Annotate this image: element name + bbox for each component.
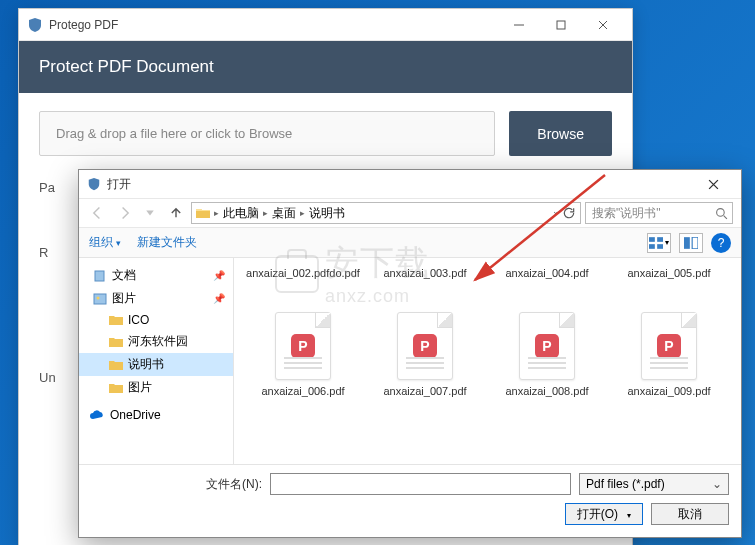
path-arrow-icon: ▸ <box>214 208 219 218</box>
file-item[interactable]: Panxaizai_009.pdf <box>608 308 730 428</box>
file-label: anxaizai_005.pdf <box>623 266 714 280</box>
browse-button[interactable]: Browse <box>509 111 612 156</box>
folder-icon <box>109 359 123 371</box>
dialog-title: 打开 <box>107 176 131 193</box>
breadcrumb-desktop[interactable]: 桌面 <box>272 205 296 222</box>
svg-point-1 <box>717 208 725 216</box>
dialog-toolbar: 组织 ▾ 新建文件夹 ▾ ? <box>79 228 741 258</box>
documents-icon <box>93 270 107 282</box>
svg-rect-9 <box>94 294 106 304</box>
folder-icon <box>109 382 123 394</box>
svg-rect-6 <box>684 237 690 249</box>
file-label: anxaizai_003.pdf <box>379 266 470 280</box>
path-arrow-icon: ▸ <box>300 208 305 218</box>
main-title: Protego PDF <box>49 18 498 32</box>
svg-rect-2 <box>649 237 655 242</box>
file-label: anxaizai_004.pdf <box>501 266 592 280</box>
svg-rect-0 <box>557 21 565 29</box>
file-label: anxaizai_006.pdf <box>257 384 348 398</box>
new-folder-button[interactable]: 新建文件夹 <box>137 234 197 251</box>
file-label: anxaizai_009.pdf <box>623 384 714 398</box>
dialog-icon <box>87 177 101 191</box>
drop-zone[interactable]: Drag & drop a file here or click to Brow… <box>39 111 495 156</box>
path-input[interactable]: ▸ 此电脑 ▸ 桌面 ▸ 说明书 ⌄ <box>191 202 581 224</box>
dialog-close-button[interactable] <box>693 172 733 196</box>
svg-rect-5 <box>657 244 663 249</box>
file-item[interactable]: Panxaizai_008.pdf <box>486 308 608 428</box>
nav-recent-button[interactable] <box>139 202 161 224</box>
svg-rect-7 <box>692 237 698 249</box>
breadcrumb-folder[interactable]: 说明书 <box>309 205 345 222</box>
tree-pictures2[interactable]: 图片 <box>79 376 233 399</box>
search-placeholder: 搜索"说明书" <box>592 205 661 222</box>
folder-icon <box>196 207 210 219</box>
tree-onedrive[interactable]: OneDrive <box>79 405 233 425</box>
main-titlebar: Protego PDF <box>19 9 632 41</box>
tree-pictures[interactable]: 图片📌 <box>79 287 233 310</box>
file-item[interactable]: Panxaizai_006.pdf <box>242 308 364 428</box>
filetype-select[interactable]: Pdf files (*.pdf) <box>579 473 729 495</box>
pdf-icon: P <box>641 312 697 380</box>
dialog-body: 文档📌 图片📌 ICO 河东软件园 说明书 图片 OneDrive anxaiz… <box>79 258 741 464</box>
pdf-icon: P <box>397 312 453 380</box>
dialog-titlebar: 打开 <box>79 170 741 198</box>
close-button[interactable] <box>582 11 624 39</box>
cancel-button[interactable]: 取消 <box>651 503 729 525</box>
address-bar: ▸ 此电脑 ▸ 桌面 ▸ 说明书 ⌄ 搜索"说明书" <box>79 198 741 228</box>
app-icon <box>27 17 43 33</box>
pin-icon: 📌 <box>213 270 225 281</box>
breadcrumb-this-pc[interactable]: 此电脑 <box>223 205 259 222</box>
dialog-bottom: 文件名(N): Pdf files (*.pdf) 打开(O) ▾ 取消 <box>79 464 741 537</box>
header-band: Protect PDF Document <box>19 41 632 93</box>
chevron-down-icon[interactable]: ⌄ <box>552 206 560 220</box>
pdf-icon: P <box>275 312 331 380</box>
tree-manual[interactable]: 说明书 <box>79 353 233 376</box>
folder-tree: 文档📌 图片📌 ICO 河东软件园 说明书 图片 OneDrive <box>79 258 234 464</box>
file-item[interactable]: anxaizai_002.pdfdo.pdf <box>242 266 364 308</box>
pdf-icon: P <box>519 312 575 380</box>
preview-toggle-button[interactable] <box>679 233 703 253</box>
nav-forward-button[interactable] <box>113 202 135 224</box>
pictures-icon <box>93 293 107 305</box>
file-label: anxaizai_007.pdf <box>379 384 470 398</box>
file-item[interactable]: anxaizai_004.pdf <box>486 266 608 308</box>
tree-hedong[interactable]: 河东软件园 <box>79 330 233 353</box>
tree-ico[interactable]: ICO <box>79 310 233 330</box>
tree-documents[interactable]: 文档📌 <box>79 264 233 287</box>
header-title: Protect PDF Document <box>39 57 214 76</box>
minimize-button[interactable] <box>498 11 540 39</box>
open-button[interactable]: 打开(O) ▾ <box>565 503 643 525</box>
pin-icon: 📌 <box>213 293 225 304</box>
file-open-dialog: 打开 ▸ 此电脑 ▸ 桌面 ▸ 说明书 ⌄ 搜索"说明书" 组织 ▾ 新建 <box>78 169 742 538</box>
refresh-icon[interactable] <box>562 206 576 220</box>
filename-label: 文件名(N): <box>206 476 262 493</box>
file-list: anxaizai_002.pdfdo.pdf anxaizai_003.pdf … <box>234 258 741 464</box>
folder-icon <box>109 314 123 326</box>
nav-back-button[interactable] <box>87 202 109 224</box>
nav-up-button[interactable] <box>165 202 187 224</box>
search-box[interactable]: 搜索"说明书" <box>585 202 733 224</box>
svg-rect-8 <box>95 271 104 281</box>
file-item[interactable]: Panxaizai_007.pdf <box>364 308 486 428</box>
file-item[interactable]: anxaizai_003.pdf <box>364 266 486 308</box>
view-mode-button[interactable]: ▾ <box>647 233 671 253</box>
folder-icon <box>109 336 123 348</box>
svg-point-10 <box>97 296 100 299</box>
svg-rect-4 <box>649 244 655 249</box>
file-item[interactable]: anxaizai_005.pdf <box>608 266 730 308</box>
search-icon <box>715 207 728 220</box>
organize-menu[interactable]: 组织 ▾ <box>89 234 121 251</box>
onedrive-icon <box>89 409 105 421</box>
filename-input[interactable] <box>270 473 571 495</box>
file-label: anxaizai_008.pdf <box>501 384 592 398</box>
maximize-button[interactable] <box>540 11 582 39</box>
help-button[interactable]: ? <box>711 233 731 253</box>
svg-rect-3 <box>657 237 663 242</box>
path-arrow-icon: ▸ <box>263 208 268 218</box>
file-label: anxaizai_002.pdfdo.pdf <box>242 266 364 280</box>
